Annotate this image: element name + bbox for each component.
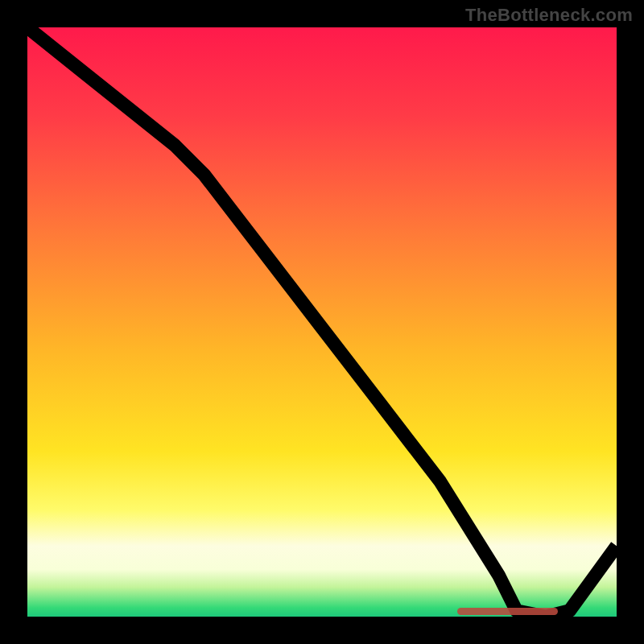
bottleneck-curve: [27, 27, 617, 617]
plot-area: [27, 27, 617, 617]
chart-canvas: TheBottleneck.com: [0, 0, 644, 644]
optimal-range-marker: [457, 608, 557, 615]
line-layer: [27, 27, 617, 617]
watermark-text: TheBottleneck.com: [465, 5, 633, 26]
